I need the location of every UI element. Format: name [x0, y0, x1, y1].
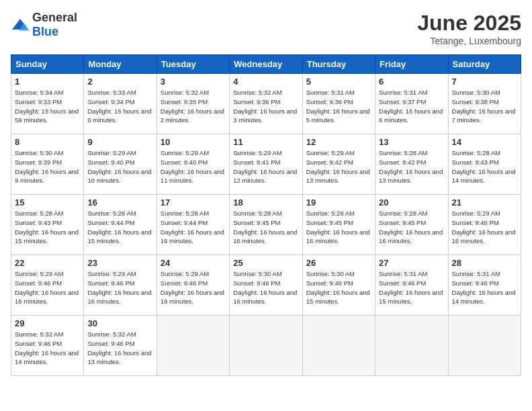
table-row: 9 Sunrise: 5:29 AM Sunset: 9:40 PM Dayli…	[84, 134, 157, 195]
table-row: 20 Sunrise: 5:28 AM Sunset: 9:45 PM Dayl…	[375, 195, 448, 255]
table-row: 3 Sunrise: 5:32 AM Sunset: 9:35 PM Dayli…	[157, 74, 229, 134]
day-info: Sunrise: 5:32 AM Sunset: 9:35 PM Dayligh…	[161, 88, 226, 125]
day-number: 24	[161, 258, 226, 268]
day-info: Sunrise: 5:28 AM Sunset: 9:42 PM Dayligh…	[379, 148, 444, 185]
day-info: Sunrise: 5:30 AM Sunset: 9:39 PM Dayligh…	[15, 148, 80, 185]
header-thursday: Thursday	[302, 55, 375, 74]
day-info: Sunrise: 5:31 AM Sunset: 9:37 PM Dayligh…	[379, 88, 444, 125]
day-number: 20	[379, 197, 444, 208]
header-friday: Friday	[375, 55, 448, 74]
table-row: 29 Sunrise: 5:32 AM Sunset: 9:46 PM Dayl…	[11, 316, 84, 376]
day-number: 6	[379, 77, 444, 87]
day-info: Sunrise: 5:28 AM Sunset: 9:43 PM Dayligh…	[15, 209, 80, 246]
calendar-week-row: 29 Sunrise: 5:32 AM Sunset: 9:46 PM Dayl…	[11, 316, 521, 376]
day-info: Sunrise: 5:32 AM Sunset: 9:46 PM Dayligh…	[87, 330, 152, 367]
month-title: June 2025	[417, 11, 521, 36]
day-info: Sunrise: 5:29 AM Sunset: 9:46 PM Dayligh…	[87, 269, 152, 306]
day-info: Sunrise: 5:29 AM Sunset: 9:46 PM Dayligh…	[452, 209, 517, 246]
day-number: 25	[233, 258, 298, 268]
table-row: 13 Sunrise: 5:28 AM Sunset: 9:42 PM Dayl…	[375, 134, 448, 195]
day-number: 15	[15, 197, 80, 208]
day-info: Sunrise: 5:31 AM Sunset: 9:46 PM Dayligh…	[452, 269, 517, 306]
day-number: 13	[379, 137, 444, 147]
table-row: 8 Sunrise: 5:30 AM Sunset: 9:39 PM Dayli…	[11, 134, 84, 195]
day-number: 17	[161, 197, 226, 208]
day-number: 23	[87, 258, 152, 268]
day-info: Sunrise: 5:28 AM Sunset: 9:44 PM Dayligh…	[87, 209, 152, 246]
calendar-week-row: 8 Sunrise: 5:30 AM Sunset: 9:39 PM Dayli…	[11, 134, 521, 195]
day-info: Sunrise: 5:28 AM Sunset: 9:45 PM Dayligh…	[233, 209, 298, 246]
logo: General Blue	[11, 11, 77, 39]
day-info: Sunrise: 5:30 AM Sunset: 9:46 PM Dayligh…	[233, 269, 298, 306]
header-tuesday: Tuesday	[157, 55, 229, 74]
title-area: June 2025 Tetange, Luxembourg	[417, 11, 521, 46]
day-number: 26	[306, 258, 371, 268]
table-row: 11 Sunrise: 5:29 AM Sunset: 9:41 PM Dayl…	[230, 134, 302, 195]
day-info: Sunrise: 5:29 AM Sunset: 9:41 PM Dayligh…	[233, 148, 298, 185]
calendar-week-row: 22 Sunrise: 5:29 AM Sunset: 9:46 PM Dayl…	[11, 255, 521, 316]
table-row: 4 Sunrise: 5:32 AM Sunset: 9:36 PM Dayli…	[230, 74, 302, 134]
day-number: 8	[15, 137, 80, 147]
table-row: 14 Sunrise: 5:28 AM Sunset: 9:43 PM Dayl…	[448, 134, 521, 195]
day-info: Sunrise: 5:34 AM Sunset: 9:33 PM Dayligh…	[15, 88, 80, 125]
logo-general-text: General	[32, 11, 77, 24]
day-number: 1	[15, 77, 80, 87]
day-number: 14	[452, 137, 517, 147]
day-info: Sunrise: 5:31 AM Sunset: 9:46 PM Dayligh…	[379, 269, 444, 306]
table-row: 26 Sunrise: 5:30 AM Sunset: 9:46 PM Dayl…	[302, 255, 375, 316]
day-info: Sunrise: 5:31 AM Sunset: 9:36 PM Dayligh…	[306, 88, 371, 125]
day-number: 16	[87, 197, 152, 208]
day-number: 19	[306, 197, 371, 208]
calendar-week-row: 1 Sunrise: 5:34 AM Sunset: 9:33 PM Dayli…	[11, 74, 521, 134]
logo-icon	[11, 17, 30, 32]
table-row: 27 Sunrise: 5:31 AM Sunset: 9:46 PM Dayl…	[375, 255, 448, 316]
table-row: 6 Sunrise: 5:31 AM Sunset: 9:37 PM Dayli…	[375, 74, 448, 134]
empty-cell	[302, 316, 375, 376]
table-row: 15 Sunrise: 5:28 AM Sunset: 9:43 PM Dayl…	[11, 195, 84, 255]
location-title: Tetange, Luxembourg	[417, 36, 521, 46]
day-info: Sunrise: 5:33 AM Sunset: 9:34 PM Dayligh…	[87, 88, 152, 125]
calendar-week-row: 15 Sunrise: 5:28 AM Sunset: 9:43 PM Dayl…	[11, 195, 521, 255]
table-row: 30 Sunrise: 5:32 AM Sunset: 9:46 PM Dayl…	[84, 316, 157, 376]
day-number: 3	[161, 77, 226, 87]
day-number: 21	[452, 197, 517, 208]
day-info: Sunrise: 5:30 AM Sunset: 9:38 PM Dayligh…	[452, 88, 517, 125]
header-sunday: Sunday	[11, 55, 84, 74]
day-info: Sunrise: 5:29 AM Sunset: 9:46 PM Dayligh…	[161, 269, 226, 306]
table-row: 21 Sunrise: 5:29 AM Sunset: 9:46 PM Dayl…	[448, 195, 521, 255]
table-row: 17 Sunrise: 5:28 AM Sunset: 9:44 PM Dayl…	[157, 195, 229, 255]
table-row: 18 Sunrise: 5:28 AM Sunset: 9:45 PM Dayl…	[230, 195, 302, 255]
day-number: 10	[161, 137, 226, 147]
day-number: 4	[233, 77, 298, 87]
day-number: 29	[15, 318, 80, 328]
day-number: 7	[452, 77, 517, 87]
table-row: 2 Sunrise: 5:33 AM Sunset: 9:34 PM Dayli…	[84, 74, 157, 134]
day-number: 27	[379, 258, 444, 268]
table-row: 5 Sunrise: 5:31 AM Sunset: 9:36 PM Dayli…	[302, 74, 375, 134]
header-wednesday: Wednesday	[230, 55, 302, 74]
day-number: 28	[452, 258, 517, 268]
day-info: Sunrise: 5:28 AM Sunset: 9:45 PM Dayligh…	[379, 209, 444, 246]
day-info: Sunrise: 5:29 AM Sunset: 9:40 PM Dayligh…	[87, 148, 152, 185]
day-number: 5	[306, 77, 371, 87]
table-row: 22 Sunrise: 5:29 AM Sunset: 9:46 PM Dayl…	[11, 255, 84, 316]
table-row: 23 Sunrise: 5:29 AM Sunset: 9:46 PM Dayl…	[84, 255, 157, 316]
day-number: 12	[306, 137, 371, 147]
day-info: Sunrise: 5:29 AM Sunset: 9:46 PM Dayligh…	[15, 269, 80, 306]
table-row: 10 Sunrise: 5:29 AM Sunset: 9:40 PM Dayl…	[157, 134, 229, 195]
day-info: Sunrise: 5:28 AM Sunset: 9:44 PM Dayligh…	[161, 209, 226, 246]
table-row: 24 Sunrise: 5:29 AM Sunset: 9:46 PM Dayl…	[157, 255, 229, 316]
day-info: Sunrise: 5:32 AM Sunset: 9:36 PM Dayligh…	[233, 88, 298, 125]
day-number: 30	[87, 318, 152, 328]
page-header: General Blue June 2025 Tetange, Luxembou…	[11, 11, 521, 46]
logo-blue-text: Blue	[32, 25, 58, 38]
table-row: 12 Sunrise: 5:29 AM Sunset: 9:42 PM Dayl…	[302, 134, 375, 195]
day-info: Sunrise: 5:29 AM Sunset: 9:40 PM Dayligh…	[161, 148, 226, 185]
table-row: 25 Sunrise: 5:30 AM Sunset: 9:46 PM Dayl…	[230, 255, 302, 316]
table-row: 28 Sunrise: 5:31 AM Sunset: 9:46 PM Dayl…	[448, 255, 521, 316]
day-number: 9	[87, 137, 152, 147]
table-row: 1 Sunrise: 5:34 AM Sunset: 9:33 PM Dayli…	[11, 74, 84, 134]
day-info: Sunrise: 5:28 AM Sunset: 9:45 PM Dayligh…	[306, 209, 371, 246]
day-number: 11	[233, 137, 298, 147]
calendar-table: Sunday Monday Tuesday Wednesday Thursday…	[11, 54, 521, 376]
